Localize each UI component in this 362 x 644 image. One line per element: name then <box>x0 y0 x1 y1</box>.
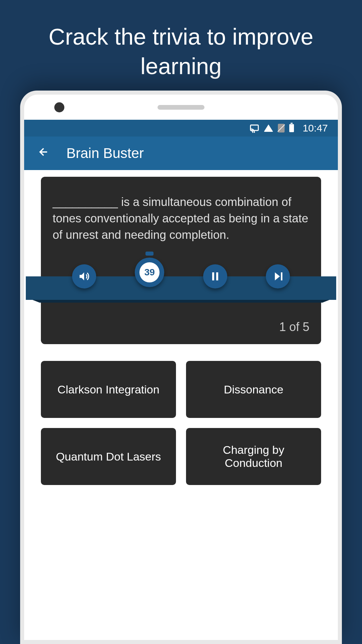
question-progress: 1 of 5 <box>53 320 309 334</box>
app-bar: Brain Buster <box>24 137 338 170</box>
wifi-icon <box>264 124 273 132</box>
cast-icon <box>250 123 259 133</box>
skip-next-icon <box>272 270 284 282</box>
stopwatch-top-icon <box>145 252 154 256</box>
answer-option-3[interactable]: Quantum Dot Lasers <box>41 428 176 485</box>
controls-platform: 39 <box>26 276 336 300</box>
answer-option-1[interactable]: Clarkson Integration <box>41 361 176 418</box>
phone-hardware-top <box>24 95 338 120</box>
timer-display: 39 <box>135 258 164 287</box>
status-icons <box>250 123 294 133</box>
battery-icon <box>289 124 294 132</box>
svg-rect-1 <box>212 272 214 280</box>
pause-button[interactable] <box>203 264 227 288</box>
content-area: __________ is a simultaneous combination… <box>24 170 338 492</box>
status-bar: 10:47 <box>24 120 338 137</box>
speaker-grille <box>158 105 204 110</box>
pause-icon <box>209 270 221 282</box>
phone-screen: 10:47 Brain Buster __________ is a simul… <box>24 95 338 640</box>
svg-rect-0 <box>250 125 258 130</box>
no-sim-icon <box>278 124 285 132</box>
next-button[interactable] <box>266 264 290 288</box>
back-button[interactable] <box>38 145 50 161</box>
svg-rect-2 <box>216 272 218 280</box>
phone-frame: 10:47 Brain Buster __________ is a simul… <box>20 91 342 644</box>
answers-grid: Clarkson Integration Dissonance Quantum … <box>41 361 321 485</box>
speaker-icon <box>78 270 90 282</box>
arrow-left-icon <box>38 146 50 158</box>
timer-value: 39 <box>139 262 160 282</box>
camera-dot <box>54 102 64 112</box>
question-text: __________ is a simultaneous combination… <box>53 194 309 243</box>
answer-option-2[interactable]: Dissonance <box>186 361 321 418</box>
app-title: Brain Buster <box>66 145 144 161</box>
answer-option-4[interactable]: Charging by Conduction <box>186 428 321 485</box>
question-card: __________ is a simultaneous combination… <box>41 177 321 344</box>
audio-button[interactable] <box>72 264 96 288</box>
status-time: 10:47 <box>303 122 328 134</box>
promo-headline: Crack the trivia to improve learning <box>0 0 362 81</box>
